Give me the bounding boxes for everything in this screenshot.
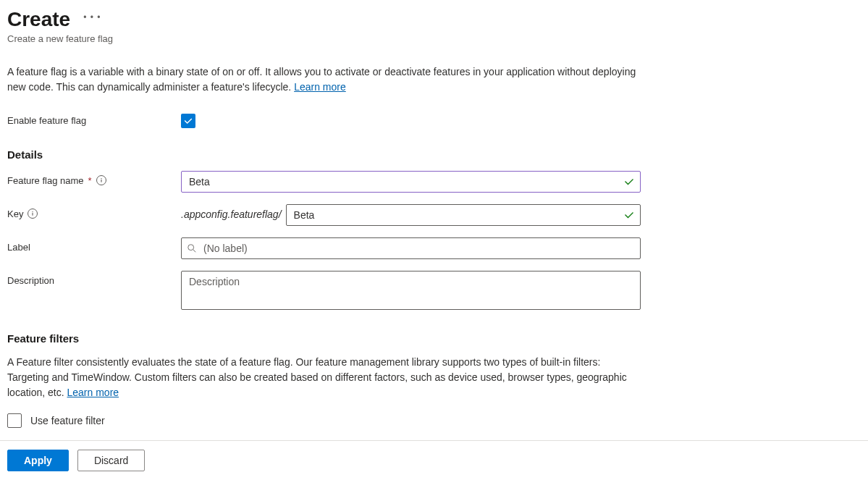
filters-text: A Feature filter consistently evaluates … <box>7 355 644 400</box>
page-title: Create <box>7 7 70 32</box>
description-label: Description <box>7 275 54 286</box>
use-filter-label: Use feature filter <box>30 415 105 426</box>
intro-text: A feature flag is a variable with a bina… <box>7 64 644 95</box>
filters-learn-more-link[interactable]: Learn more <box>67 387 119 398</box>
enable-label: Enable feature flag <box>7 115 86 126</box>
description-textarea[interactable] <box>181 271 641 310</box>
name-input[interactable] <box>181 171 641 193</box>
filters-heading: Feature filters <box>7 332 861 345</box>
more-menu-icon[interactable]: • • • <box>83 12 101 27</box>
enable-checkbox[interactable] <box>181 114 195 128</box>
required-star: * <box>88 175 92 186</box>
svg-rect-3 <box>33 213 33 216</box>
key-input[interactable] <box>286 204 641 226</box>
key-info-icon[interactable] <box>28 209 38 219</box>
label-label: Label <box>7 242 30 253</box>
svg-point-2 <box>33 211 33 212</box>
details-heading: Details <box>7 148 861 161</box>
name-info-icon[interactable] <box>96 175 106 185</box>
svg-point-0 <box>101 178 101 179</box>
discard-button[interactable]: Discard <box>77 450 145 471</box>
use-filter-checkbox[interactable] <box>7 413 22 428</box>
svg-rect-1 <box>101 180 101 182</box>
name-label: Feature flag name <box>7 175 84 186</box>
key-label: Key <box>7 209 23 219</box>
page-subtitle: Create a new feature flag <box>7 33 861 44</box>
footer-bar: Apply Discard <box>0 440 868 480</box>
check-icon <box>183 116 193 126</box>
intro-learn-more-link[interactable]: Learn more <box>294 81 346 93</box>
label-input[interactable] <box>181 237 641 259</box>
key-prefix: .appconfig.featureflag/ <box>181 204 286 220</box>
apply-button[interactable]: Apply <box>7 450 69 471</box>
